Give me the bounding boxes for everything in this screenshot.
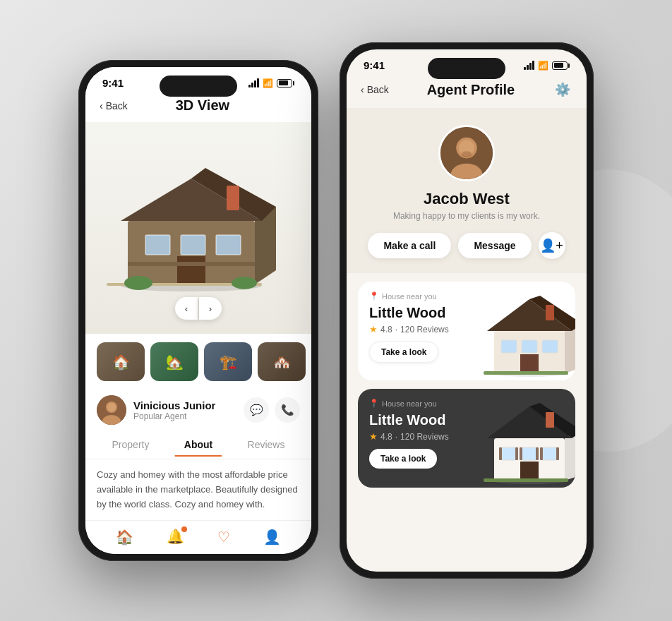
- svg-rect-47: [520, 447, 522, 460]
- status-icons-right: 📶: [524, 61, 570, 71]
- tab-about[interactable]: About: [164, 433, 232, 456]
- svg-marker-36: [565, 431, 575, 481]
- back-button-left[interactable]: ‹ Back: [100, 100, 128, 111]
- signal-icon-right: [524, 61, 534, 70]
- agent-avatar-left: [97, 395, 126, 425]
- chevron-left-icon: ‹: [100, 100, 103, 111]
- svg-rect-40: [501, 447, 517, 460]
- nav-notifications[interactable]: 🔔: [167, 528, 184, 546]
- call-button-small[interactable]: 📞: [275, 397, 300, 423]
- thumb-icon-1: 🏠: [97, 342, 145, 381]
- agent-row: Vinicious Junior Popular Agent 💬 📞: [85, 390, 311, 430]
- nav-home[interactable]: 🏠: [116, 529, 133, 545]
- tab-property[interactable]: Property: [97, 433, 164, 456]
- svg-rect-32: [520, 354, 539, 373]
- svg-point-11: [124, 276, 152, 290]
- thumb-icon-2: 🏡: [150, 342, 198, 381]
- svg-rect-31: [542, 340, 558, 353]
- make-call-button[interactable]: Make a call: [368, 233, 451, 258]
- wifi-icon-left: 📶: [263, 78, 273, 88]
- message-button[interactable]: Message: [458, 233, 531, 258]
- tab-reviews[interactable]: Reviews: [232, 433, 300, 456]
- property-tabs: Property About Reviews: [85, 430, 311, 459]
- rating-value-1: 4.8: [380, 325, 392, 334]
- agent-tagline: Making happy to my clients is my work.: [393, 211, 540, 221]
- bottom-nav-left: 🏠 🔔 ♡ 👤: [85, 520, 311, 554]
- thumb-icon-4: 🏘️: [258, 342, 306, 381]
- rating-dot-2: ·: [395, 432, 397, 442]
- property-location-2: 📍 House near you: [369, 399, 472, 408]
- battery-icon-left: [277, 79, 294, 88]
- back-label-right: Back: [367, 84, 389, 95]
- left-phone-screen: 9:41 📶 ‹: [85, 67, 311, 554]
- right-phone: 9:41 📶 ‹: [340, 42, 594, 579]
- svg-rect-7: [216, 235, 241, 255]
- profile-section: Jacob West Making happy to my clients is…: [347, 108, 587, 273]
- take-look-button-1[interactable]: Take a look: [369, 342, 438, 363]
- svg-point-12: [232, 277, 257, 289]
- about-content: Cozy and homey with the most affordable …: [85, 459, 311, 520]
- svg-rect-48: [536, 447, 539, 460]
- property-card-1: 📍 House near you Little Wood ★ 4.8 · 120…: [358, 282, 575, 380]
- nav-arrows: ‹ ›: [175, 297, 222, 320]
- thumb-icon-3: 🏗️: [204, 342, 252, 381]
- nav-bar-right: ‹ Back Agent Profile ⚙️: [347, 74, 587, 108]
- chat-button[interactable]: 💬: [244, 397, 269, 423]
- settings-icon[interactable]: ⚙️: [553, 80, 572, 100]
- svg-rect-6: [181, 235, 205, 255]
- property-card-image-1: [484, 282, 575, 380]
- tab-reviews-label: Reviews: [248, 439, 285, 450]
- battery-icon-right: [552, 61, 570, 70]
- svg-marker-25: [565, 324, 575, 373]
- add-contact-button[interactable]: 👤+: [539, 232, 565, 259]
- location-pin-icon-2: 📍: [369, 399, 379, 408]
- property-cards: 📍 House near you Little Wood ★ 4.8 · 120…: [347, 273, 587, 496]
- prev-arrow[interactable]: ‹: [175, 297, 198, 320]
- svg-rect-50: [556, 447, 559, 460]
- house-svg: [107, 157, 276, 291]
- thumbnail-1[interactable]: 🏠: [97, 342, 145, 381]
- dynamic-island-right: [428, 58, 505, 79]
- nav-profile[interactable]: 👤: [263, 529, 281, 545]
- property-rating-1: ★ 4.8 · 120 Reviews: [369, 324, 472, 334]
- property-card-2: 📍 House near you Little Wood ★ 4.8 · 120…: [358, 389, 575, 488]
- house-3d-view: ‹ ›: [85, 122, 311, 334]
- phones-container: 9:41 📶 ‹: [78, 42, 594, 579]
- house-3d-model: [107, 157, 290, 299]
- svg-rect-45: [499, 447, 502, 460]
- thumbnail-3[interactable]: 🏗️: [204, 342, 252, 381]
- chevron-left-icon-right: ‹: [361, 84, 364, 95]
- agent-info-left: Vinicious Junior Popular Agent: [133, 399, 236, 421]
- tab-property-label: Property: [112, 439, 150, 450]
- take-look-button-2[interactable]: Take a look: [369, 449, 437, 469]
- svg-rect-9: [227, 186, 239, 210]
- property-card-info-1: 📍 House near you Little Wood ★ 4.8 · 120…: [358, 282, 484, 380]
- next-arrow[interactable]: ›: [199, 297, 222, 320]
- time-right: 9:41: [364, 59, 385, 71]
- property-rating-2: ★ 4.8 · 120 Reviews: [369, 431, 472, 442]
- agent-face-left: [97, 395, 126, 425]
- thumbnail-4[interactable]: 🏘️: [258, 342, 306, 381]
- svg-rect-33: [484, 371, 568, 375]
- nav-favorites[interactable]: ♡: [217, 529, 230, 545]
- property-title-2: Little Wood: [369, 412, 472, 428]
- back-button-right[interactable]: ‹ Back: [361, 84, 389, 95]
- time-left: 9:41: [102, 77, 124, 89]
- about-text: Cozy and homey with the most affordable …: [97, 469, 298, 510]
- svg-rect-30: [522, 340, 537, 353]
- right-content: 9:41 📶 ‹: [347, 49, 587, 572]
- profile-actions: Make a call Message 👤+: [368, 232, 565, 259]
- tab-about-label: About: [184, 439, 212, 450]
- notification-badge: [181, 526, 187, 532]
- svg-rect-13: [128, 262, 255, 266]
- svg-point-22: [462, 151, 472, 157]
- svg-rect-39: [546, 412, 554, 428]
- agent-avatar-right: [438, 125, 495, 181]
- svg-rect-5: [145, 235, 170, 255]
- thumbnail-2[interactable]: 🏡: [150, 342, 198, 381]
- location-text-1: House near you: [382, 292, 437, 301]
- agent-face-right: [440, 125, 493, 181]
- location-pin-icon-1: 📍: [369, 291, 379, 301]
- svg-rect-8: [177, 256, 205, 284]
- left-phone: 9:41 📶 ‹: [78, 60, 318, 561]
